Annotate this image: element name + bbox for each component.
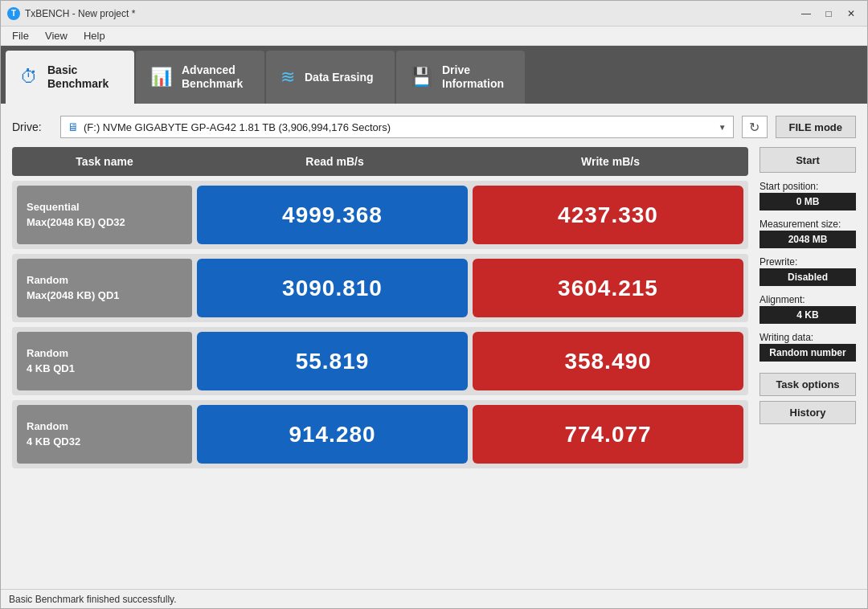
tab-bar: ⏱ BasicBenchmark 📊 AdvancedBenchmark ≋ D…	[1, 46, 867, 104]
menu-view[interactable]: View	[37, 28, 76, 43]
refresh-button[interactable]: ↻	[742, 116, 768, 138]
read-value-random-4kb-qd32: 914.280	[197, 405, 468, 464]
main-window: T TxBENCH - New project * — □ ✕ File Vie…	[0, 0, 868, 609]
read-value-random-4kb-qd1: 55.819	[197, 332, 468, 390]
write-value-random-4kb-qd32: 774.077	[473, 405, 743, 464]
tab-basic-label: BasicBenchmark	[47, 63, 108, 91]
start-button[interactable]: Start	[760, 147, 856, 173]
drive-icon: 💾	[411, 67, 432, 88]
param-prewrite: Prewrite: Disabled	[760, 253, 856, 286]
benchmark-table: Task name Read mB/s Write mB/s Sequentia…	[12, 147, 748, 581]
write-value-sequential: 4237.330	[473, 186, 743, 244]
drive-type-icon: 🖥	[68, 121, 79, 133]
table-header: Task name Read mB/s Write mB/s	[12, 147, 748, 176]
prewrite-value: Disabled	[760, 268, 856, 286]
timer-icon: ⏱	[20, 67, 38, 88]
tab-data-erasing[interactable]: ≋ Data Erasing	[266, 51, 395, 104]
window-title: TxBENCH - New project *	[25, 8, 796, 19]
tab-drive-label: DriveInformation	[442, 63, 504, 91]
file-mode-button[interactable]: FILE mode	[776, 116, 856, 138]
side-panel: Start Start position: 0 MB Measurement s…	[760, 147, 856, 581]
tab-drive-information[interactable]: 💾 DriveInformation	[396, 51, 525, 104]
param-start-position: Start position: 0 MB	[760, 178, 856, 210]
close-button[interactable]: ✕	[841, 6, 861, 22]
erasing-icon: ≋	[280, 67, 295, 88]
col-task-header: Task name	[12, 155, 197, 168]
tab-advanced-label: AdvancedBenchmark	[182, 63, 243, 91]
chart-icon: 📊	[150, 67, 172, 88]
write-value-random-qd1-2048: 3604.215	[473, 259, 743, 317]
write-value-random-4kb-qd1: 358.490	[473, 332, 743, 390]
table-row: Random4 KB QD1 55.819 358.490	[12, 327, 748, 395]
prewrite-label: Prewrite:	[760, 256, 856, 268]
window-controls: — □ ✕	[796, 6, 861, 22]
alignment-value: 4 KB	[760, 306, 856, 324]
menu-help[interactable]: Help	[76, 28, 113, 43]
app-icon: T	[7, 7, 20, 20]
table-row: Random4 KB QD32 914.280 774.077	[12, 400, 748, 468]
task-name-sequential: SequentialMax(2048 KB) QD32	[17, 186, 192, 244]
minimize-button[interactable]: —	[796, 6, 816, 22]
param-writing-data: Writing data: Random number	[760, 329, 856, 362]
col-write-header: Write mB/s	[473, 155, 748, 168]
measurement-size-label: Measurement size:	[760, 219, 856, 230]
status-text: Basic Benchmark finished successfully.	[9, 594, 177, 605]
maximize-button[interactable]: □	[819, 6, 838, 22]
content-area: Drive: 🖥 (F:) NVMe GIGABYTE GP-AG42 1.81…	[1, 104, 867, 589]
task-name-random-4kb-qd1: Random4 KB QD1	[17, 332, 192, 390]
status-bar: Basic Benchmark finished successfully.	[1, 589, 867, 608]
history-button[interactable]: History	[760, 401, 856, 424]
refresh-icon: ↻	[749, 120, 760, 135]
start-position-label: Start position:	[760, 181, 856, 192]
main-area: Task name Read mB/s Write mB/s Sequentia…	[12, 147, 856, 581]
col-read-header: Read mB/s	[197, 155, 473, 168]
task-name-random-qd1-2048: RandomMax(2048 KB) QD1	[17, 259, 192, 317]
menu-bar: File View Help	[1, 27, 867, 46]
alignment-label: Alignment:	[760, 294, 856, 305]
title-bar: T TxBENCH - New project * — □ ✕	[1, 1, 867, 27]
table-row: SequentialMax(2048 KB) QD32 4999.368 423…	[12, 181, 748, 249]
param-alignment: Alignment: 4 KB	[760, 291, 856, 324]
measurement-size-value: 2048 MB	[760, 231, 856, 248]
writing-data-label: Writing data:	[760, 332, 856, 343]
menu-file[interactable]: File	[4, 28, 37, 43]
task-options-button[interactable]: Task options	[760, 373, 856, 396]
drive-row: Drive: 🖥 (F:) NVMe GIGABYTE GP-AG42 1.81…	[12, 113, 856, 141]
param-measurement-size: Measurement size: 2048 MB	[760, 215, 856, 248]
read-value-sequential: 4999.368	[197, 186, 468, 244]
table-row: RandomMax(2048 KB) QD1 3090.810 3604.215	[12, 254, 748, 322]
task-name-random-4kb-qd32: Random4 KB QD32	[17, 405, 192, 464]
tab-basic-benchmark[interactable]: ⏱ BasicBenchmark	[6, 51, 134, 104]
read-value-random-qd1-2048: 3090.810	[197, 259, 468, 317]
tab-erasing-label: Data Erasing	[305, 71, 374, 84]
writing-data-value: Random number	[760, 344, 856, 362]
drive-select[interactable]: 🖥 (F:) NVMe GIGABYTE GP-AG42 1.81 TB (3,…	[60, 116, 734, 138]
chevron-down-icon: ▼	[719, 123, 727, 132]
drive-label: Drive:	[12, 121, 52, 133]
start-position-value: 0 MB	[760, 193, 856, 210]
drive-value: (F:) NVMe GIGABYTE GP-AG42 1.81 TB (3,90…	[84, 121, 714, 133]
tab-advanced-benchmark[interactable]: 📊 AdvancedBenchmark	[136, 51, 264, 104]
